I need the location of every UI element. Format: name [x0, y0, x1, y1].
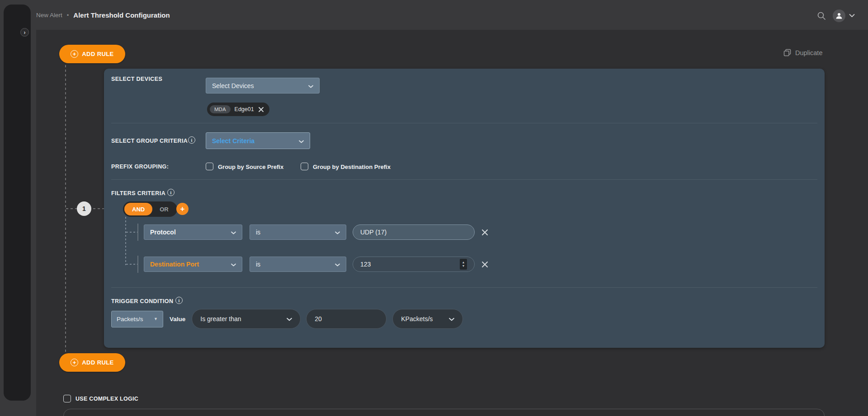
add-rule-label: ADD RULE	[82, 51, 113, 57]
rule-index-badge: 1	[77, 201, 91, 216]
group-criteria-label: SELECT GROUP CRITERIA	[111, 138, 188, 144]
filter-row: Destination Port is 123 ▲▼	[144, 257, 489, 272]
page-title: Alert Threshold Configuration	[73, 11, 170, 19]
sidebar-expand-button[interactable]: ›	[20, 28, 29, 37]
breadcrumb-separator: •	[67, 12, 69, 19]
logic-and-option[interactable]: AND	[124, 203, 152, 215]
chevron-down-icon	[231, 229, 236, 236]
use-complex-logic-row: USE COMPLEX LOGIC	[63, 395, 138, 402]
group-by-source-prefix-checkbox[interactable]	[206, 163, 213, 170]
filter-field-dropdown[interactable]: Destination Port	[144, 257, 242, 272]
select-devices-dropdown[interactable]: Select Devices	[206, 78, 320, 93]
filter-operator-value: is	[256, 261, 260, 268]
sidebar	[4, 5, 31, 401]
trigger-unit-value: KPackets/s	[401, 315, 433, 323]
select-devices-label: SELECT DEVICES	[111, 76, 162, 82]
filters-criteria-label: FILTERS CRITERIA	[111, 190, 165, 196]
add-rule-button-bottom[interactable]: + ADD RULE	[59, 353, 125, 372]
device-chip-name: Edge01	[235, 106, 254, 112]
add-rule-label: ADD RULE	[82, 359, 113, 366]
filter-row-bracket	[137, 256, 138, 273]
device-chip: MDA Edge01	[207, 103, 269, 116]
plus-circle-icon: +	[71, 359, 78, 366]
caret-down-icon: ▼	[154, 317, 158, 321]
use-complex-logic-checkbox[interactable]	[63, 395, 71, 402]
trigger-condition-label: TRIGGER CONDITION	[111, 298, 173, 304]
complex-logic-input[interactable]	[63, 409, 825, 416]
remove-filter-icon[interactable]	[481, 229, 489, 236]
breadcrumb: New Alert • Alert Threshold Configuratio…	[36, 0, 170, 30]
filter-row: Protocol is UDP (17)	[144, 224, 489, 240]
trigger-condition-value: Is greater than	[200, 315, 241, 323]
filter-field-value: Destination Port	[150, 261, 199, 268]
use-complex-logic-label: USE COMPLEX LOGIC	[75, 396, 138, 402]
duplicate-button[interactable]: Duplicate	[783, 49, 822, 56]
prefix-grouping-label: PREFIX GROUPING:	[111, 164, 169, 170]
remove-filter-icon[interactable]	[481, 261, 489, 268]
filter-tree-branch	[126, 232, 137, 233]
info-icon[interactable]: i	[188, 136, 195, 144]
trigger-value-text: 20	[315, 315, 322, 323]
filter-value-input[interactable]: UDP (17)	[353, 224, 475, 240]
info-icon[interactable]: i	[167, 189, 175, 196]
trigger-metric-select[interactable]: Packets/s ▼	[111, 311, 163, 327]
filter-operator-value: is	[256, 229, 260, 236]
chevron-down-icon	[308, 82, 313, 89]
chevron-down-icon	[299, 137, 304, 145]
group-criteria-value: Select Criteria	[212, 137, 255, 145]
group-by-destination-prefix-checkbox[interactable]	[301, 163, 308, 170]
duplicate-label: Duplicate	[795, 49, 822, 56]
filter-operator-dropdown[interactable]: is	[250, 257, 346, 272]
remove-chip-icon[interactable]	[258, 107, 264, 112]
divider	[111, 287, 817, 288]
breadcrumb-parent[interactable]: New Alert	[36, 12, 62, 19]
chevron-down-icon	[231, 261, 236, 268]
info-icon[interactable]: i	[175, 297, 183, 304]
copy-icon	[783, 49, 791, 56]
chevron-down-icon	[449, 315, 454, 323]
filter-field-dropdown[interactable]: Protocol	[144, 224, 242, 240]
chevron-down-icon	[335, 229, 340, 236]
search-icon[interactable]	[816, 11, 826, 21]
trigger-condition-dropdown[interactable]: Is greater than	[192, 309, 301, 329]
trigger-condition-row: Packets/s ▼ Value Is greater than 20 KPa…	[111, 309, 463, 329]
divider	[111, 123, 817, 123]
filter-value-number-input[interactable]: 123 ▲▼	[353, 257, 475, 272]
value-label: Value	[170, 316, 185, 323]
logic-operator-toggle: AND OR	[123, 201, 177, 217]
group-criteria-dropdown[interactable]: Select Criteria	[206, 132, 310, 149]
rule-card: SELECT DEVICES Select Devices MDA Edge01…	[104, 69, 825, 348]
trigger-value-input[interactable]: 20	[306, 309, 387, 329]
group-by-source-prefix-label: Group by Source Prefix	[218, 164, 283, 170]
filter-tree-branch	[126, 264, 137, 265]
filter-value-text: 123	[360, 261, 371, 268]
device-chip-type: MDA	[210, 105, 231, 113]
add-filter-button[interactable]: +	[176, 203, 189, 215]
group-by-destination-prefix-label: Group by Destination Prefix	[313, 164, 391, 170]
filter-field-value: Protocol	[150, 229, 176, 236]
filter-row-bracket	[137, 224, 138, 241]
logic-or-option[interactable]: OR	[152, 206, 176, 213]
select-devices-value: Select Devices	[212, 82, 254, 89]
filter-operator-dropdown[interactable]: is	[250, 224, 346, 240]
trigger-unit-dropdown[interactable]: KPackets/s	[392, 309, 463, 329]
divider	[111, 179, 817, 180]
number-spinner[interactable]: ▲▼	[460, 259, 467, 270]
chevron-down-icon	[335, 261, 340, 268]
filter-tree-line	[125, 217, 126, 265]
trigger-metric-value: Packets/s	[117, 316, 143, 323]
chevron-down-icon[interactable]	[849, 14, 855, 18]
filter-value-text: UDP (17)	[360, 229, 387, 236]
plus-circle-icon: +	[71, 50, 78, 58]
add-rule-button-top[interactable]: + ADD RULE	[59, 45, 125, 63]
chevron-down-icon	[287, 315, 292, 323]
user-avatar-icon[interactable]	[833, 9, 845, 22]
